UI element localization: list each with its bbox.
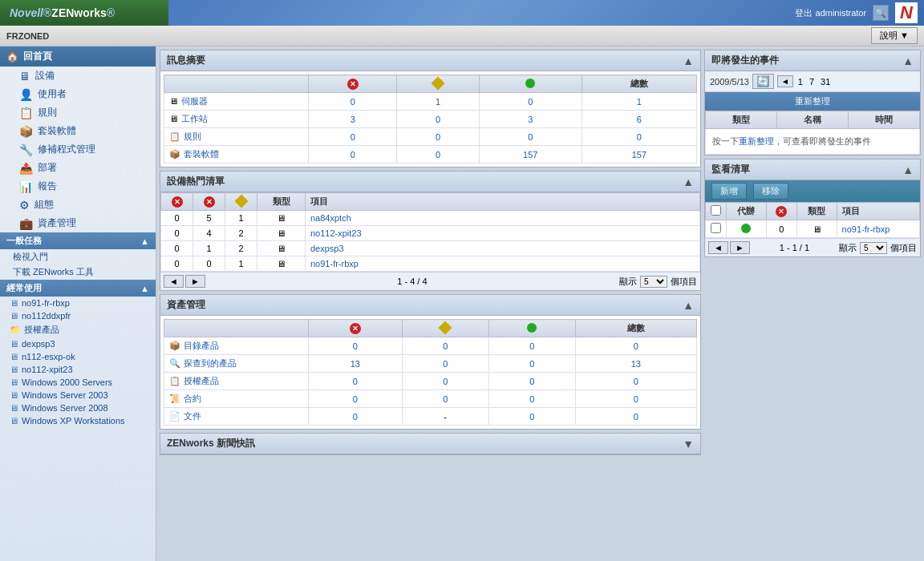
bundle-c4[interactable]: 157 xyxy=(632,150,646,159)
document-link[interactable]: 文件 xyxy=(184,411,201,421)
disc-c2[interactable]: 0 xyxy=(443,359,448,369)
catalog-c3[interactable]: 0 xyxy=(529,341,534,351)
con-c1[interactable]: 0 xyxy=(353,394,358,404)
wl-next-btn[interactable]: ► xyxy=(730,241,750,254)
search-icon[interactable]: 🔍 xyxy=(873,5,889,21)
hl-r4-link[interactable]: no91-fr-rbxp xyxy=(310,259,359,268)
event-reload-btn[interactable]: 🔄 xyxy=(752,74,774,89)
freq-n112[interactable]: 🖥 n112-esxp-ok xyxy=(0,350,156,363)
disc-c3[interactable]: 0 xyxy=(529,359,534,369)
bundle-c3[interactable]: 157 xyxy=(523,150,537,159)
sidebar-item-deploy[interactable]: 📤 部署 xyxy=(0,159,156,177)
freq-no112xpit[interactable]: 🖥 no112-xpit23 xyxy=(0,363,156,376)
con-c4[interactable]: 0 xyxy=(634,394,638,404)
disc-c4[interactable]: 13 xyxy=(631,359,641,369)
frequent-collapse[interactable]: ▲ xyxy=(140,284,149,293)
help-button[interactable]: 說明 ▼ xyxy=(871,27,918,44)
policy-c3[interactable]: 0 xyxy=(528,132,533,142)
events-header: 即將發生的事件 ▲ xyxy=(705,50,920,71)
policy-c2[interactable]: 0 xyxy=(436,132,440,142)
freq-dexpsp3[interactable]: 🖥 dexpsp3 xyxy=(0,337,156,350)
policy-c1[interactable]: 0 xyxy=(351,132,355,142)
news-collapse[interactable]: ▼ xyxy=(683,438,694,450)
events-collapse[interactable]: ▲ xyxy=(902,54,914,67)
sidebar-task-intro[interactable]: 檢視入門 xyxy=(0,249,156,264)
freq-no91[interactable]: 🖥 no91-fr-rbxp xyxy=(0,297,156,309)
policy-c4[interactable]: 0 xyxy=(637,132,642,142)
lic-c1[interactable]: 0 xyxy=(353,377,358,386)
sidebar-item-asset[interactable]: 💼 資產管理 xyxy=(0,214,156,232)
freq-win2000[interactable]: 🖥 Windows 2000 Servers xyxy=(0,376,156,389)
watchlist-col-type: 類型 xyxy=(796,203,837,220)
hotlist-prev-btn[interactable]: ◄ xyxy=(164,275,184,288)
general-tasks-collapse[interactable]: ▲ xyxy=(140,236,149,246)
watchlist-remove-btn[interactable]: 移除 xyxy=(753,183,788,200)
sidebar-task-download[interactable]: 下載 ZENworks 工具 xyxy=(0,264,156,280)
sidebar-item-config[interactable]: ⚙ 組態 xyxy=(0,196,156,214)
watchlist-add-btn[interactable]: 新增 xyxy=(711,183,747,200)
bundle-link[interactable]: 套裝軟體 xyxy=(184,149,219,159)
workstation-link[interactable]: 工作站 xyxy=(181,114,208,123)
licensed-link[interactable]: 授權產品 xyxy=(184,376,219,385)
wl-prev-btn[interactable]: ◄ xyxy=(708,241,728,254)
server-link[interactable]: 伺服器 xyxy=(181,96,208,106)
sidebar-item-users[interactable]: 👤 使用者 xyxy=(0,85,156,103)
logout-button[interactable]: 登出 administrator xyxy=(795,7,866,19)
freq-win2003[interactable]: 🖥 Windows Server 2003 xyxy=(0,389,156,402)
reorganize-btn[interactable]: 重新整理 xyxy=(795,96,830,106)
sidebar-item-policy[interactable]: 📋 規則 xyxy=(0,103,156,122)
hotlist-show-select[interactable]: 5 10 25 xyxy=(640,276,667,288)
catalog-link[interactable]: 目錄產品 xyxy=(184,341,219,350)
ws-c2[interactable]: 0 xyxy=(436,115,440,124)
hl-r2-link[interactable]: no112-xpit23 xyxy=(310,228,362,238)
hotlist-collapse[interactable]: ▲ xyxy=(683,176,694,188)
sidebar-item-bundle[interactable]: 📦 套裝軟體 xyxy=(0,122,156,140)
freq-licensed[interactable]: 📁 授權產品 xyxy=(0,322,156,337)
ws-c1[interactable]: 3 xyxy=(351,115,355,124)
doc-c4[interactable]: 0 xyxy=(634,412,638,422)
sidebar-home[interactable]: 🏠 回首頁 xyxy=(0,46,156,67)
lic-c3[interactable]: 0 xyxy=(529,377,534,386)
policy-link[interactable]: 規則 xyxy=(184,131,201,141)
server-c3[interactable]: 0 xyxy=(528,97,533,107)
discovered-link[interactable]: 探查到的產品 xyxy=(184,358,237,368)
bundle-c1[interactable]: 0 xyxy=(351,150,355,159)
sidebar-item-devices[interactable]: 🖥 設備 xyxy=(0,67,156,85)
doc-c3[interactable]: 0 xyxy=(529,412,534,422)
con-c2[interactable]: 0 xyxy=(443,394,448,404)
wl-show-select[interactable]: 5 10 25 xyxy=(860,242,887,254)
summary-collapse[interactable]: ▲ xyxy=(683,54,694,67)
bundle-c2[interactable]: 0 xyxy=(436,150,440,159)
server-c4[interactable]: 1 xyxy=(637,97,642,107)
watchlist-collapse[interactable]: ▲ xyxy=(902,163,914,176)
watchlist-check-all[interactable] xyxy=(711,205,721,216)
catalog-c4[interactable]: 0 xyxy=(634,341,638,351)
con-c3[interactable]: 0 xyxy=(529,394,534,404)
event-prev-btn[interactable]: ◄ xyxy=(777,75,793,87)
wl-r1-link[interactable]: no91-fr-rbxp xyxy=(842,224,890,234)
freq-winxp[interactable]: 🖥 Windows XP Workstations xyxy=(0,414,156,427)
catalog-c2[interactable]: 0 xyxy=(443,341,448,351)
events-reload-link[interactable]: 重新整理 xyxy=(739,136,774,146)
freq-no112dd[interactable]: 🖥 no112ddxpfr xyxy=(0,309,156,322)
catalog-c1[interactable]: 0 xyxy=(353,341,358,351)
asset-header: 資產管理 ▲ xyxy=(160,295,700,316)
freq-win2008[interactable]: 🖥 Windows Server 2008 xyxy=(0,402,156,414)
asset-col-ok xyxy=(488,320,575,337)
disc-c1[interactable]: 13 xyxy=(351,359,360,369)
server-c1[interactable]: 0 xyxy=(351,97,355,107)
ws-c4[interactable]: 6 xyxy=(637,115,642,124)
sidebar-item-patch[interactable]: 🔧 修補程式管理 xyxy=(0,140,156,159)
doc-c1[interactable]: 0 xyxy=(353,412,358,422)
asset-collapse[interactable]: ▲ xyxy=(683,299,694,312)
server-c2[interactable]: 1 xyxy=(436,97,440,107)
ws-c3[interactable]: 3 xyxy=(528,115,533,124)
sidebar-item-report[interactable]: 📊 報告 xyxy=(0,177,156,196)
hl-r3-link[interactable]: dexpsp3 xyxy=(310,244,344,253)
lic-c2[interactable]: 0 xyxy=(443,377,448,386)
hl-r1-link[interactable]: na84xptch xyxy=(310,213,351,223)
lic-c4[interactable]: 0 xyxy=(634,377,638,386)
contract-link[interactable]: 合約 xyxy=(184,394,201,403)
hotlist-next-btn[interactable]: ► xyxy=(185,275,205,288)
watchlist-row-check[interactable] xyxy=(711,223,721,233)
